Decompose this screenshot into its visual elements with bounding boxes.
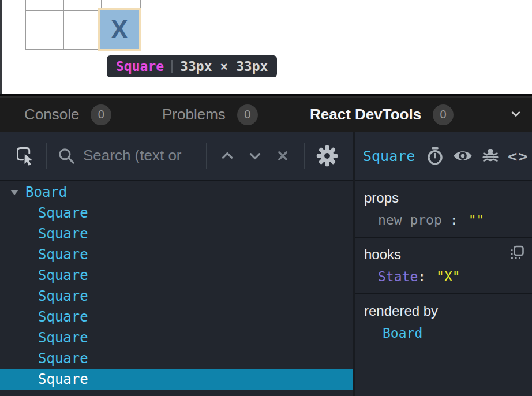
toolbar-divider: [304, 143, 305, 169]
stopwatch-icon[interactable]: [425, 146, 445, 166]
rendered-by-title: rendered by: [364, 302, 532, 320]
devtools-window: X Square 33px × 33px Console 0 Problems …: [0, 0, 532, 396]
parse-hooks-icon[interactable]: [509, 245, 525, 263]
toolbar-divider: [206, 143, 207, 169]
triangle-down-icon[interactable]: [10, 190, 18, 195]
tree-item-label: Board: [25, 184, 67, 200]
tree-item-label: Square: [38, 309, 88, 325]
browser-page: X Square 33px × 33px: [0, 0, 532, 94]
selected-component-name: Square: [363, 147, 415, 164]
tab-console-label: Console: [24, 106, 79, 124]
component-tree: Board Square Square Square Square Square…: [0, 181, 353, 396]
tree-item-square[interactable]: Square: [0, 223, 353, 244]
view-source-icon[interactable]: <>: [508, 147, 529, 165]
rendered-by-owner-link[interactable]: Board: [383, 324, 532, 342]
tree-item-label: Square: [38, 267, 88, 283]
tab-problems-badge: 0: [237, 104, 258, 125]
board-square[interactable]: [64, 11, 102, 49]
tooltip-dimensions: 33px × 33px: [180, 59, 268, 74]
hooks-section: hooks State : "X": [355, 238, 532, 294]
prop-colon: :: [450, 211, 458, 229]
inspect-highlight-content[interactable]: X: [100, 10, 139, 49]
state-hook-value[interactable]: "X": [436, 268, 460, 285]
tree-item-label: Square: [38, 288, 88, 304]
tab-react-devtools-label: React DevTools: [310, 106, 421, 124]
tree-item-label: Square: [38, 330, 88, 346]
component-details-panel: props new prop : "" hooks State : "X": [355, 181, 532, 396]
tab-react-devtools-badge: 0: [433, 104, 454, 125]
tree-item-square[interactable]: Square: [0, 203, 353, 223]
devtools-tabbar: Console 0 Problems 0 React DevTools 0: [0, 96, 532, 132]
tree-item-label: Square: [38, 350, 88, 367]
tab-console-badge: 0: [91, 104, 111, 125]
eye-icon[interactable]: [452, 145, 473, 166]
tab-console[interactable]: Console 0: [24, 98, 111, 132]
tree-item-square[interactable]: Square: [0, 327, 353, 348]
props-section: props new prop : "": [355, 181, 532, 238]
state-hook-key: State: [378, 268, 418, 285]
chevron-down-icon[interactable]: [508, 106, 524, 124]
toolbar-divider: [46, 143, 47, 169]
tooltip-component-name: Square: [116, 59, 164, 74]
tree-item-square[interactable]: Square: [0, 286, 353, 307]
react-devtools-toolbar: Square: [0, 132, 532, 180]
new-prop-key-input[interactable]: new prop: [378, 211, 442, 229]
tooltip-divider: [171, 60, 173, 73]
tree-item-label: Square: [38, 205, 88, 221]
board-square[interactable]: [26, 0, 64, 11]
tree-item-square[interactable]: Square: [0, 265, 353, 286]
hooks-title: hooks: [364, 246, 532, 263]
tree-item-square[interactable]: Square: [0, 244, 353, 265]
window-edge: [0, 0, 2, 94]
tree-item-board[interactable]: Board: [0, 182, 353, 203]
bug-icon[interactable]: [481, 146, 500, 166]
inspect-highlight-ring: X: [98, 8, 141, 51]
board-square[interactable]: [64, 0, 102, 11]
next-match-icon[interactable]: [246, 147, 264, 165]
tree-item-square[interactable]: Square: [0, 307, 353, 327]
square-value: X: [111, 17, 128, 42]
clear-search-icon[interactable]: [274, 147, 291, 165]
tree-item-label: Square: [38, 371, 88, 387]
previous-match-icon[interactable]: [219, 147, 236, 165]
props-title: props: [364, 189, 532, 207]
inspect-element-icon[interactable]: [15, 145, 36, 166]
rendered-by-section: rendered by Board: [355, 294, 532, 350]
tab-problems[interactable]: Problems 0: [162, 98, 258, 132]
tab-react-devtools[interactable]: React DevTools 0: [310, 98, 454, 132]
tree-item-label: Square: [38, 226, 88, 242]
search-input[interactable]: [83, 132, 203, 180]
new-prop-value-input[interactable]: "": [469, 211, 485, 229]
element-inspect-tooltip: Square 33px × 33px: [107, 55, 277, 77]
tree-item-square[interactable]: Square: [0, 348, 353, 369]
search-icon: [57, 147, 76, 165]
board-square[interactable]: [26, 11, 64, 49]
gear-icon[interactable]: [316, 145, 338, 167]
tree-item-label: Square: [38, 246, 88, 263]
state-colon: :: [418, 268, 426, 285]
tab-problems-label: Problems: [162, 106, 226, 124]
tree-item-square-selected[interactable]: Square: [0, 369, 353, 390]
